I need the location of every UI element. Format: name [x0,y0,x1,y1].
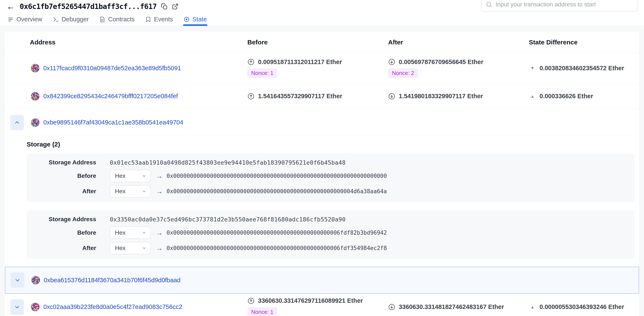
format-select-value: Hex [115,173,126,179]
address-link[interactable]: 0xbe9895146f7af43049ca1c1ae358b0541ea497… [43,119,183,126]
diff-value: 0.000336626 Ether [540,93,593,100]
chevron-up-icon [14,119,20,126]
table-row: 0xbe9895146f7af43049ca1c1ae358b0541ea497… [5,109,639,136]
search-icon [486,1,492,8]
tab-bar: Overview Debugger Contracts Events State [0,13,644,26]
down-circle-icon [388,303,395,311]
storage-address-label: Storage Address [27,159,96,166]
diff-value: 0.003820834602354572 Ether [540,65,624,72]
chevron-down-icon [142,174,146,178]
storage-title: Storage (2) [5,141,639,148]
before-value: 1.541643557329907117 Ether [258,93,342,100]
tab-overview[interactable]: Overview [7,13,43,26]
table-header-row: Address Before After State Difference [5,32,639,53]
transaction-hash: 0x6c1fb7ef5265447d1baff3cf...f617 [20,2,157,11]
down-circle-icon [388,58,395,66]
storage-address-value: 0x3350ac0da0e37c5ed496bc373781d2e3b550ae… [110,216,346,223]
before-hex-value: 0x00000000000000000000000000000000000000… [166,173,387,179]
diff-value: 0.000005530346393246 Ether [540,303,624,310]
before-label: Before [27,229,96,236]
table-row: 0x117fcacd9f0310a09487de52ea363e89d5fb50… [5,53,639,83]
arrow-right-icon: → [156,244,163,252]
triangle-up-icon: ▲ [529,94,536,99]
topbar: ← 0x6c1fb7ef5265447d1baff3cf...f617 [0,0,644,13]
search-box [481,0,638,12]
format-select-value: Hex [115,245,126,251]
after-label: After [27,245,96,251]
address-link[interactable]: 0x842399ce8295434c246479bfff0217205e084f… [43,93,178,100]
address-link[interactable]: 0xc02aaa39b223fe8d0a0e5c4f27ead9083c756c… [43,303,182,310]
after-hex-value: 0x00000000000000000000000000000000000000… [166,188,387,195]
terminal-icon [53,17,59,23]
expand-button[interactable] [10,299,24,315]
tab-label: Events [154,16,173,23]
column-header-state-difference: State Difference [529,39,639,46]
tab-label: State [192,16,207,23]
table-row: 0xc02aaa39b223fe8d0a0e5c4f27ead9083c756c… [5,293,639,316]
tab-label: Debugger [62,16,89,23]
after-hex-value: 0x00000000000000000000000000000000000000… [166,245,387,251]
column-header-address: Address [5,39,247,46]
storage-address-label: Storage Address [27,216,96,223]
avatar [31,303,40,311]
external-link-icon[interactable] [172,3,178,10]
format-select[interactable]: Hex [110,227,151,239]
storage-entry: Storage Address 0x3350ac0da0e37c5ed496bc… [27,210,634,259]
tab-events[interactable]: Events [145,13,173,26]
avatar [31,64,40,72]
triangle-up-icon: ▲ [529,304,536,309]
tab-debugger[interactable]: Debugger [52,13,89,26]
format-select[interactable]: Hex [110,185,151,198]
before-label: Before [27,173,96,179]
tab-label: Contracts [108,16,134,23]
copy-icon[interactable] [161,3,168,10]
search-input[interactable] [496,1,633,8]
arrow-right-icon: → [156,172,163,180]
format-select-value: Hex [115,188,126,195]
expanded-account-block: 0xbe9895146f7af43049ca1c1ae358b0541ea497… [5,109,639,267]
back-arrow-icon[interactable]: ← [6,2,15,11]
table-row-selected: 0xbea615376d1184f3670a341b70f6f45d9d0fba… [5,267,639,293]
table-row: 0x842399ce8295434c246479bfff0217205e084f… [5,83,639,109]
storage-entry: Storage Address 0x01ec53aab1910a0498d825… [27,153,634,202]
triangle-down-icon: ▼ [529,66,536,71]
avatar [31,276,40,284]
avatar [31,92,40,101]
column-header-after: After [388,39,529,46]
up-circle-icon [247,297,254,304]
state-table: Address Before After State Difference 0x… [5,32,639,316]
storage-section: Storage (2) Storage Address 0x01ec53aab1… [5,136,639,267]
chevron-down-icon [14,304,20,310]
format-select[interactable]: Hex [110,242,151,254]
nonce-badge: Nonce: 2 [388,68,418,78]
expand-button[interactable] [11,272,24,288]
before-value: 0.009518711312011217 Ether [258,59,342,66]
chevron-down-icon [142,230,146,235]
address-link[interactable]: 0xbea615376d1184f3670a341b70f6f45d9d0fba… [44,277,180,284]
before-hex-value: 0x00000000000000000000000000000000000000… [166,230,387,236]
collapse-button[interactable] [10,115,24,130]
after-value: 1.541980183329907117 Ether [399,93,483,100]
up-circle-icon [247,58,254,66]
column-header-before: Before [247,39,388,46]
tab-label: Overview [16,16,42,23]
file-icon [99,17,105,23]
after-value: 3360630.331481827462483167 Ether [399,303,504,310]
arrow-right-icon: → [156,188,163,195]
after-value: 0.005697876709656645 Ether [399,59,484,66]
chevron-down-icon [142,189,146,194]
after-label: After [27,188,96,195]
chevron-down-icon [142,246,146,250]
before-value: 3360630.331476297116089921 Ether [258,297,363,304]
tab-state[interactable]: State [183,13,207,26]
format-select-value: Hex [115,229,126,236]
nonce-badge: Nonce: 1 [247,307,277,316]
arrow-right-icon: → [156,229,163,237]
nonce-badge: Nonce: 1 [247,68,277,78]
tab-contracts[interactable]: Contracts [99,13,135,26]
format-select[interactable]: Hex [110,170,151,182]
storage-address-value: 0x01ec53aab1910a0498d825f43803ee9e94410e… [110,159,346,166]
target-icon [184,17,190,23]
avatar [31,118,40,127]
address-link[interactable]: 0x117fcacd9f0310a09487de52ea363e89d5fb50… [43,65,181,72]
